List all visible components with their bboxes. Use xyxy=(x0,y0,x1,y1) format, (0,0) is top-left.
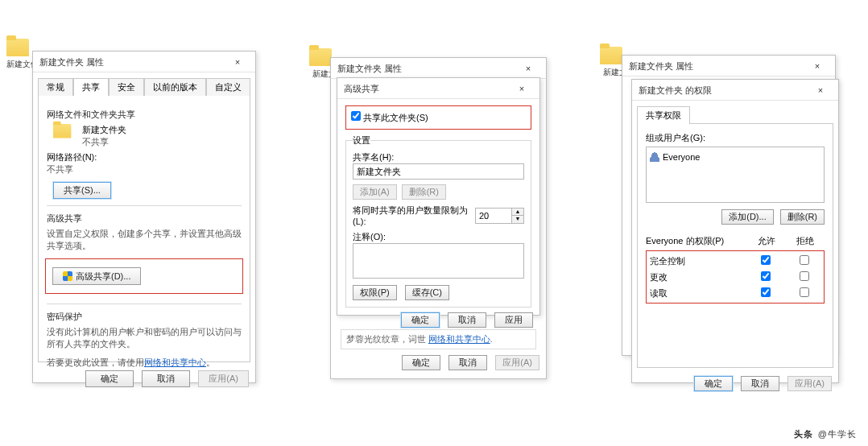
remove-button[interactable]: 删除(R) xyxy=(402,184,446,200)
checkbox-label: 共享此文件夹(S) xyxy=(363,113,428,122)
window-title: 新建文件夹 属性 xyxy=(39,52,104,72)
network-center-link[interactable]: 网络和共享中心 xyxy=(144,357,206,367)
deny-checkbox[interactable] xyxy=(800,255,809,265)
allow-checkbox[interactable] xyxy=(761,287,771,297)
properties-dialog: 新建文件夹 属性 × 常规 共享 安全 以前的版本 自定义 网络文件和文件夹共享… xyxy=(32,51,256,383)
close-button[interactable]: × xyxy=(806,56,829,76)
user-limit-label: 将同时共享的用户数量限制为(L): xyxy=(353,204,470,226)
permission-row: 更改 xyxy=(647,269,824,285)
titlebar[interactable]: 新建文件夹 属性 × xyxy=(622,56,835,76)
allow-checkbox[interactable] xyxy=(761,255,771,265)
section-password-header: 密码保护 xyxy=(47,311,242,323)
network-path-value: 不共享 xyxy=(47,163,242,176)
titlebar[interactable]: 新建文件夹 属性 × xyxy=(331,58,546,79)
ok-button[interactable]: 确定 xyxy=(401,312,440,328)
permission-name: 完全控制 xyxy=(647,255,746,267)
permission-row: 完全控制 xyxy=(647,253,824,269)
tab-strip: 常规 共享 安全 以前的版本 自定义 xyxy=(38,77,255,95)
user-name: Everyone xyxy=(663,152,700,162)
close-button[interactable]: × xyxy=(809,80,832,101)
allow-column-header: 允许 xyxy=(747,235,786,247)
close-button[interactable]: × xyxy=(517,58,539,79)
dialog-buttons: 确定 取消 应用(A) xyxy=(632,368,838,399)
apply-button[interactable]: 应用(A) xyxy=(495,355,539,370)
password-line1: 没有此计算机的用户帐户和密码的用户可以访问与所有人共享的文件夹。 xyxy=(47,326,242,350)
permissions-for-label: Everyone 的权限(P) xyxy=(646,235,747,247)
share-button[interactable]: 共享(S)... xyxy=(53,182,111,199)
tab-share-permissions[interactable]: 共享权限 xyxy=(637,106,690,124)
close-button[interactable]: × xyxy=(510,78,533,99)
titlebar[interactable]: 新建文件夹 的权限 × xyxy=(632,80,838,101)
comment-label: 注释(O): xyxy=(353,231,524,243)
watermark-name: 牛学长 xyxy=(828,429,857,439)
tab-general[interactable]: 常规 xyxy=(38,78,73,96)
spin-up[interactable]: ▲ xyxy=(512,209,523,216)
tab-panel: 网络文件和文件夹共享 新建文件夹 不共享 网络路径(N): 不共享 共享(S).… xyxy=(38,95,250,362)
watermark-head: 头条 xyxy=(794,429,813,439)
share-status: 不共享 xyxy=(82,136,126,148)
dialog-buttons: 确定 取消 应用 xyxy=(337,308,539,336)
tab-customize[interactable]: 自定义 xyxy=(206,78,250,96)
window-title: 新建文件夹 的权限 xyxy=(639,80,712,101)
sharename-input[interactable] xyxy=(353,163,524,180)
folder-icon xyxy=(6,39,29,56)
ok-button[interactable]: 确定 xyxy=(402,355,440,370)
watermark: 头条 @牛学长 xyxy=(794,424,857,441)
users-listbox[interactable]: Everyone xyxy=(646,147,825,203)
section-advanced-sharing-header: 高级共享 xyxy=(47,213,242,225)
cancel-button[interactable]: 取消 xyxy=(448,312,486,328)
tab-sharing[interactable]: 共享 xyxy=(73,78,109,96)
apply-button[interactable]: 应用(A) xyxy=(787,376,832,391)
cancel-button[interactable]: 取消 xyxy=(741,376,779,391)
folder-icon xyxy=(600,47,622,64)
caching-button[interactable]: 缓存(C) xyxy=(405,285,449,300)
watermark-at: @ xyxy=(818,429,828,439)
user-row[interactable]: Everyone xyxy=(650,151,820,162)
ok-button[interactable]: 确定 xyxy=(694,376,733,391)
titlebar[interactable]: 新建文件夹 属性 × xyxy=(33,52,255,72)
permission-name: 读取 xyxy=(647,287,746,299)
permission-row: 读取 xyxy=(647,285,824,301)
password-line2: 若要更改此设置，请使用网络和共享中心。 xyxy=(47,357,242,369)
window-title: 新建文件夹 属性 xyxy=(337,58,402,79)
settings-legend: 设置 xyxy=(353,134,370,147)
ok-button[interactable]: 确定 xyxy=(85,370,134,387)
spin-down[interactable]: ▼ xyxy=(512,216,523,223)
titlebar[interactable]: 高级共享 × xyxy=(337,78,539,99)
user-limit-spinner[interactable]: ▲▼ xyxy=(475,208,524,224)
user-limit-input[interactable] xyxy=(475,208,512,224)
tab-panel: 组或用户名(G): Everyone 添加(D)... 删除(R) Everyo… xyxy=(637,123,833,368)
cancel-button[interactable]: 取消 xyxy=(448,355,487,370)
text: 若要更改此设置，请使用 xyxy=(47,357,144,367)
deny-checkbox[interactable] xyxy=(800,271,809,281)
share-this-folder-input[interactable] xyxy=(351,111,361,121)
permissions-button[interactable]: 权限(P) xyxy=(353,285,397,300)
cancel-button[interactable]: 取消 xyxy=(142,370,190,387)
advanced-sharing-button[interactable]: 高级共享(D)... xyxy=(52,267,141,285)
advanced-sharing-button-label: 高级共享(D)... xyxy=(76,271,130,281)
user-icon xyxy=(650,152,659,162)
add-button[interactable]: 添加(D)... xyxy=(721,209,773,225)
comment-input[interactable] xyxy=(353,243,524,279)
dialog-buttons: 确定 取消 应用(A) xyxy=(395,347,546,378)
apply-button[interactable]: 应用(A) xyxy=(198,370,249,387)
deny-checkbox[interactable] xyxy=(800,287,809,297)
window-title: 高级共享 xyxy=(344,78,379,99)
folder-icon xyxy=(53,124,71,138)
permission-name: 更改 xyxy=(647,271,746,283)
tab-previous-versions[interactable]: 以前的版本 xyxy=(144,78,206,96)
section-network-sharing-header: 网络文件和文件夹共享 xyxy=(47,109,242,121)
remove-button[interactable]: 删除(R) xyxy=(780,209,825,225)
advanced-sharing-dialog: 高级共享 × 共享此文件夹(S) 设置 共享名(H): 添加(A) 删除(R) … xyxy=(337,77,540,316)
close-button[interactable]: × xyxy=(226,52,249,72)
tab-security[interactable]: 安全 xyxy=(109,78,144,96)
share-this-folder-checkbox[interactable]: 共享此文件夹(S) xyxy=(351,113,428,122)
advanced-sharing-desc: 设置自定义权限，创建多个共享，并设置其他高级共享选项。 xyxy=(47,228,242,252)
add-button[interactable]: 添加(A) xyxy=(353,184,397,200)
window-title: 新建文件夹 属性 xyxy=(629,56,693,76)
apply-button[interactable]: 应用 xyxy=(494,312,533,328)
folder-icon xyxy=(309,48,332,66)
group-users-label: 组或用户名(G): xyxy=(646,132,825,144)
allow-checkbox[interactable] xyxy=(761,271,771,281)
deny-column-header: 拒绝 xyxy=(786,235,825,247)
